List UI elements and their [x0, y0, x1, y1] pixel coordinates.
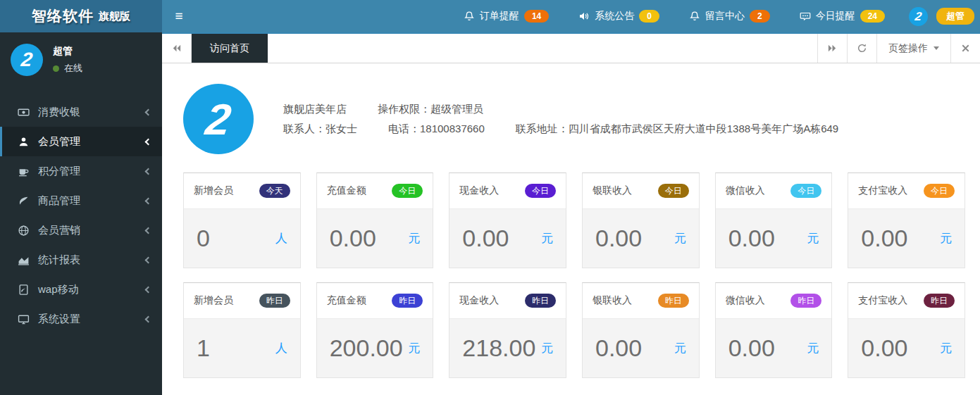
stat-label: 充值金额 [327, 184, 366, 197]
stat-unit: 元 [408, 230, 420, 246]
notification-count-badge: 24 [860, 10, 885, 23]
notification-count-badge: 0 [639, 10, 659, 23]
stat-label: 现金收入 [459, 184, 499, 197]
header-notifications: 订单提醒 14 系统公告 0 留言中心 2 今日提醒 24 [464, 10, 885, 23]
notification-system-announcement[interactable]: 系统公告 0 [578, 10, 659, 23]
stats-row-today: 新增会员 今天 0 人 充值金额 今日 0.00 元 现金收入 [183, 173, 965, 268]
stat-value: 0.00 [462, 225, 509, 252]
tab-refresh-button[interactable] [847, 34, 876, 63]
tabbar-spacer [268, 34, 817, 63]
chevron-left-icon [145, 168, 152, 175]
store-contact: 联系人：张女士 [283, 123, 357, 136]
stat-label: 充值金额 [327, 294, 366, 307]
stat-unit: 元 [940, 230, 952, 246]
stat-label: 新增会员 [194, 184, 233, 197]
store-info-section: 2 旗舰店美年店 操作权限：超级管理员 联系人：张女士 电话：181008376… [183, 84, 965, 154]
online-status-dot [53, 65, 59, 72]
sidebar-item-label: 系统设置 [38, 313, 80, 326]
user-role-badge[interactable]: 超管 [936, 8, 974, 25]
notification-label: 系统公告 [595, 10, 634, 23]
stat-value: 0.00 [861, 225, 907, 252]
notification-label: 留言中心 [705, 10, 745, 23]
sidebar-item-label: 消费收银 [38, 106, 80, 119]
sidebar-item-label: 会员管理 [38, 135, 80, 149]
brand-logo: 智络软件 旗舰版 [0, 0, 162, 32]
chevron-left-icon [145, 256, 152, 263]
stat-value: 1 [197, 334, 210, 362]
stat-value: 0.00 [595, 334, 642, 362]
stat-value: 0.00 [861, 334, 907, 362]
desktop-icon [18, 313, 30, 325]
stat-card: 现金收入 今日 0.00 元 [449, 173, 566, 268]
sidebar-item-system-settings[interactable]: 系统设置 [0, 304, 162, 334]
sidebar-item-wap-mobile[interactable]: wap移动 [0, 275, 162, 304]
sidebar-item-member-marketing[interactable]: 会员营销 [0, 215, 162, 245]
stat-label: 银联收入 [593, 184, 632, 197]
tabs-scroll-right-button[interactable] [817, 34, 847, 63]
sidebar-item-label: wap移动 [38, 283, 79, 296]
sidebar-item-points-manage[interactable]: 积分管理 [0, 156, 162, 186]
globe-icon [18, 225, 30, 237]
stat-label: 银联收入 [593, 294, 632, 307]
header-bar: 智络软件 旗舰版 ≡ 订单提醒 14 系统公告 0 留言中心 2 今日提醒 24 [0, 0, 980, 32]
stat-period-badge: 昨日 [658, 294, 689, 308]
sidebar: 2 超管 在线 消费收银 会员管理 积分管理 [0, 32, 162, 395]
stat-card: 充值金额 昨日 200.00 元 [316, 282, 434, 378]
brand-title: 智络软件 [32, 6, 94, 26]
bell-icon [464, 11, 475, 22]
double-chevron-right-icon [827, 43, 838, 54]
stat-label: 现金收入 [459, 294, 499, 307]
tab-operations-dropdown[interactable]: 页签操作 [876, 34, 950, 63]
notification-today-reminder[interactable]: 今日提醒 24 [800, 10, 885, 23]
notification-order-reminder[interactable]: 订单提醒 14 [464, 10, 549, 23]
sidebar-toggle-button[interactable]: ≡ [162, 0, 196, 32]
avatar-logo-glyph: 2 [909, 7, 928, 26]
stat-label: 微信收入 [726, 294, 765, 307]
double-chevron-left-icon [171, 43, 182, 54]
sidebar-item-goods-manage[interactable]: 商品管理 [0, 186, 162, 215]
stat-label: 支付宝收入 [858, 184, 907, 197]
chevron-left-icon [145, 286, 152, 293]
sidebar-user-avatar[interactable]: 2 [11, 44, 43, 76]
sidebar-item-label: 积分管理 [38, 165, 80, 178]
stat-period-badge: 昨日 [392, 294, 423, 308]
sidebar-item-consume-cashier[interactable]: 消费收银 [0, 97, 162, 127]
sidebar-item-member-manage[interactable]: 会员管理 [0, 127, 162, 156]
tab-close-button[interactable] [950, 34, 980, 63]
sidebar-user-panel: 2 超管 在线 [0, 32, 162, 86]
stat-card: 支付宝收入 今日 0.00 元 [848, 173, 965, 268]
refresh-icon [857, 43, 867, 54]
store-permission: 操作权限：超级管理员 [378, 103, 483, 116]
notification-count-badge: 2 [750, 10, 770, 23]
notification-message-center[interactable]: 留言中心 2 [689, 10, 770, 23]
store-logo-glyph: 2 [183, 84, 254, 154]
tab-operations-label: 页签操作 [888, 42, 928, 55]
chevron-left-icon [145, 197, 152, 204]
sidebar-item-label: 会员营销 [38, 224, 80, 237]
stat-period-badge: 昨日 [790, 294, 821, 308]
stats-row-yesterday: 新增会员 昨日 1 人 充值金额 昨日 200.00 元 现金收入 [183, 282, 965, 378]
sidebar-item-stats-report[interactable]: 统计报表 [0, 245, 162, 275]
main-content: 2 旗舰店美年店 操作权限：超级管理员 联系人：张女士 电话：181008376… [162, 64, 980, 395]
tabs-scroll-left-button[interactable] [162, 34, 192, 63]
chevron-left-icon [145, 138, 152, 145]
stat-unit: 元 [408, 340, 420, 356]
tab-home[interactable]: 访问首页 [192, 34, 268, 63]
stat-card: 现金收入 昨日 218.00 元 [449, 282, 566, 378]
stat-value: 200.00 [330, 334, 403, 362]
stat-value: 0.00 [330, 225, 376, 252]
user-avatar[interactable]: 2 [909, 7, 928, 26]
stat-period-badge: 今日 [924, 184, 955, 198]
stat-value: 0.00 [728, 334, 775, 362]
caret-down-icon [934, 46, 939, 50]
user-icon [18, 136, 30, 148]
stat-label: 微信收入 [726, 184, 765, 197]
stat-value: 218.00 [462, 334, 535, 362]
stat-value: 0.00 [728, 225, 775, 252]
close-icon [960, 43, 971, 54]
cup-icon [18, 165, 30, 177]
stat-period-badge: 今日 [525, 184, 556, 198]
sidebar-menu: 消费收银 会员管理 积分管理 商品管理 会员营销 统计报表 [0, 97, 162, 334]
brand-suffix: 旗舰版 [99, 10, 130, 23]
stat-period-badge: 昨日 [259, 294, 290, 308]
